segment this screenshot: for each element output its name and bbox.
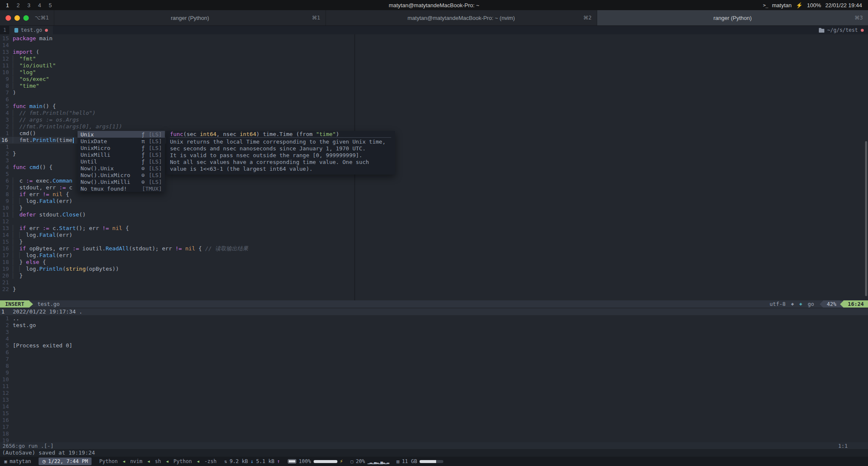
space-indicator[interactable]: 3 (27, 2, 30, 8)
terminal-tab-bar: ⌥⌘1 ranger (Python)⌘1matytan@matytandeMa… (0, 10, 868, 26)
code-line[interactable]: 3▏ // args := os.Args (0, 116, 354, 123)
space-indicator[interactable]: 5 (49, 2, 52, 8)
code-line[interactable]: 15▏ } (0, 239, 354, 245)
completion-item[interactable]: UnixMicroƒ[LS] (78, 144, 165, 151)
network-stats: ⇅ 9.2 kB ↓ 5.1 kB ↑ (224, 458, 280, 464)
terminal-tab[interactable]: matytan@matytandeMacBook-Pro: ~ (nvim)⌘2 (326, 10, 597, 25)
terminal-line[interactable]: 3 (0, 329, 868, 336)
buffer-tab[interactable]: test.go (9, 26, 53, 34)
terminal-tab[interactable]: ranger (Python)⌘1 (54, 10, 325, 25)
terminal-line[interactable]: 12022/01/22 19:17:34 . (0, 308, 868, 315)
empty-pane[interactable] (355, 34, 868, 300)
code-line[interactable]: 11▏ "io/ioutil" (0, 62, 354, 69)
code-line[interactable]: 17▏ ▏ log.Fatal(err) (0, 252, 354, 259)
terminal-line[interactable]: 16 (0, 417, 868, 424)
completion-kind-icon: ƒ (142, 152, 149, 158)
line-number: 1 (0, 315, 13, 322)
terminal-line[interactable]: 7 (0, 356, 868, 363)
completion-item[interactable]: No tmux found! [TMUX] (78, 185, 165, 192)
terminal-line[interactable]: 4 (0, 336, 868, 342)
terminal-line[interactable]: 19 (0, 437, 868, 442)
code-line[interactable]: 9▏ "os/exec" (0, 76, 354, 83)
code-line[interactable]: 4▏ // fmt.Println("hello") (0, 110, 354, 116)
tmux-window[interactable]: Python (99, 458, 117, 464)
terminal-line[interactable]: 2test.go (0, 322, 868, 329)
completion-source: [LS] (149, 179, 162, 185)
code-line[interactable]: 12▏ "fmt" (0, 55, 354, 62)
completion-item[interactable]: Untilƒ[LS] (78, 158, 165, 165)
minimize-button[interactable] (14, 15, 20, 21)
os-icon: ◆ (791, 301, 794, 307)
code-line[interactable]: 9▏ ▏ log.Fatal(err) (0, 198, 354, 205)
code-line[interactable]: 10▏ } (0, 205, 354, 211)
code-line[interactable]: 6▏ c := exec.Comman (0, 178, 354, 184)
line-number: 5 (0, 171, 13, 178)
space-indicator[interactable]: 1 (6, 2, 9, 8)
terminal-line[interactable]: 10 (0, 376, 868, 383)
terminal-line[interactable]: 12 (0, 390, 868, 397)
code-line[interactable]: 2▏ //fmt.Println(args[0], args[1]) (0, 123, 354, 130)
terminal-buffer[interactable]: 12022/01/22 19:17:34 .1..2test.go345[Pro… (0, 308, 868, 442)
terminal-tab[interactable]: ranger (Python)⌘3 (597, 10, 868, 25)
code-line[interactable]: 11▏ defer stdout.Close() (0, 211, 354, 218)
code-line[interactable]: 5func main() { (0, 103, 354, 110)
tmux-window[interactable]: Python (173, 458, 192, 464)
terminal-line[interactable]: 14 (0, 403, 868, 410)
terminal-line[interactable]: 6 (0, 349, 868, 356)
code-line[interactable]: 12 (0, 218, 354, 225)
tmux-window[interactable]: nvim (130, 458, 142, 464)
completion-item[interactable]: Now().UnixMicro⊙[LS] (78, 172, 165, 178)
completion-popup: Unixƒ[LS]UnixDateπ[LS]UnixMicroƒ[LS]Unix… (78, 131, 165, 192)
code-line[interactable]: 15package main (0, 35, 354, 42)
tmux-window[interactable]: sh (155, 458, 161, 464)
terminal-line[interactable]: 9 (0, 369, 868, 376)
space-indicator[interactable]: 4 (38, 2, 41, 8)
code-line[interactable]: 7▏ stdout, err := c (0, 184, 354, 191)
terminal-line[interactable]: 1.. (0, 315, 868, 322)
cursor-location: 16:24 (843, 300, 868, 308)
completion-label: Until (81, 158, 142, 165)
tab-number[interactable]: 1 (0, 26, 9, 34)
completion-label: UnixMilli (81, 152, 142, 158)
zoom-button[interactable] (23, 15, 29, 21)
completion-item[interactable]: UnixMilliƒ[LS] (78, 151, 165, 158)
terminal-line[interactable]: 13 (0, 397, 868, 403)
code-line[interactable]: 18▏ } else { (0, 259, 354, 266)
scrollbar[interactable] (865, 141, 867, 296)
code-line[interactable]: 13import ( (0, 49, 354, 55)
terminal-line[interactable]: 18 (0, 430, 868, 437)
filetype-label: go (808, 301, 814, 307)
code-line[interactable]: 10▏ "log" (0, 69, 354, 76)
line-number: 7 (0, 89, 13, 96)
space-indicator[interactable]: 2 (17, 2, 19, 8)
doc-text-line: It is valid to pass nsec outside the ran… (170, 152, 391, 159)
code-line[interactable]: 16▏ if opBytes, err := ioutil.ReadAll(st… (0, 245, 354, 252)
close-button[interactable] (6, 15, 11, 21)
code-line[interactable]: 21 (0, 279, 354, 286)
code-line[interactable]: 8▏ "time" (0, 83, 354, 89)
code-line[interactable]: 20▏ } (0, 272, 354, 279)
code-line[interactable]: 19▏ ▏ log.Println(string(opBytes)) (0, 266, 354, 272)
terminal-line[interactable]: 11 (0, 383, 868, 390)
progress-separator-icon (820, 301, 823, 308)
tmux-session[interactable]: ▣ matytan (4, 458, 31, 464)
memory-icon: ▥ (397, 459, 400, 464)
completion-item[interactable]: Now().UnixMilli⊙[LS] (78, 178, 165, 185)
code-line[interactable]: 14▏ ▏ log.Fatal(err) (0, 232, 354, 239)
terminal-line[interactable]: 15 (0, 410, 868, 417)
terminal-cursor-location: 1:1 (838, 443, 868, 449)
completion-item[interactable]: Unixƒ[LS] (78, 131, 165, 138)
terminal-line[interactable]: 17 (0, 424, 868, 430)
code-line[interactable]: 22} (0, 286, 354, 293)
terminal-line[interactable]: 8 (0, 363, 868, 369)
tmux-window[interactable]: -zsh (204, 458, 217, 464)
code-line[interactable]: 7) (0, 89, 354, 96)
code-line[interactable]: 14 (0, 42, 354, 49)
completion-item[interactable]: Now().Unix⊙[LS] (78, 165, 165, 172)
terminal-line[interactable]: 5[Process exited 0] (0, 342, 868, 349)
clock-text: 1/22, 7:44 PM (48, 458, 88, 465)
code-line[interactable]: 6 (0, 96, 354, 103)
code-line[interactable]: 8▏ if err != nil { (0, 191, 354, 198)
completion-item[interactable]: UnixDateπ[LS] (78, 138, 165, 144)
code-line[interactable]: 13▏ if err := c.Start(); err != nil { (0, 225, 354, 232)
